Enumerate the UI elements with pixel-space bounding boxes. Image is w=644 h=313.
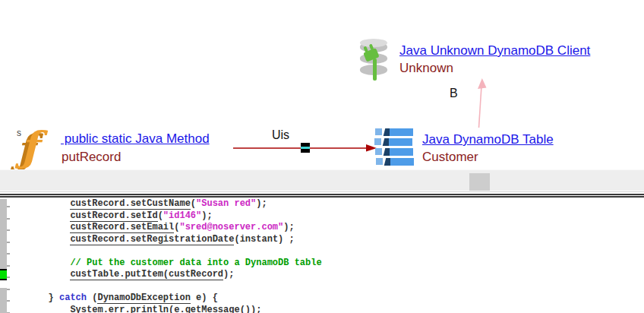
code-token: [5, 222, 70, 232]
edge-midpoint-handle[interactable]: [301, 143, 310, 153]
static-function-icon[interactable]: ƒ ƒ s: [15, 125, 58, 169]
table-node-subtitle: Customer: [422, 150, 478, 165]
code-token: );: [223, 269, 234, 280]
code-line: custTable.putItem(custRecord);: [5, 269, 322, 281]
function-glyph: ƒ: [21, 126, 38, 167]
code-token: [5, 269, 70, 280]
code-link[interactable]: custRecord.setEmail: [70, 222, 174, 233]
dynamodb-client-icon[interactable]: [358, 39, 390, 83]
code-token: "id146": [163, 210, 201, 221]
plug-stem: [373, 58, 377, 81]
code-lines: custRecord.setCustName("Susan red"); cus…: [5, 198, 322, 313]
diagram-hscrollbar-thumb[interactable]: [469, 173, 490, 191]
code-token: // Put the customer data into a DynamoDB…: [70, 258, 321, 268]
code-token: }: [5, 292, 59, 303]
code-line: System.err.println(e.getMessage());: [5, 305, 322, 313]
code-token: (: [158, 210, 163, 221]
code-token: [5, 258, 70, 268]
code-token: e) {: [191, 292, 218, 303]
diagram-pane: ƒ ƒ s public static Java Method putRecor…: [0, 0, 644, 169]
client-node-subtitle: Unknown: [399, 61, 453, 76]
code-token: [5, 305, 70, 313]
code-line: custRecord.setRegistrationDate(instant) …: [5, 234, 322, 246]
code-token: [5, 210, 70, 221]
code-editor-pane: custRecord.setCustName("Susan red"); cus…: [0, 198, 644, 313]
pane-splitter[interactable]: [0, 191, 644, 198]
edge-label-b[interactable]: B: [450, 87, 458, 100]
code-token: [5, 234, 70, 245]
code-line: custRecord.setCustName("Susan red");: [5, 198, 322, 210]
code-line: [5, 281, 322, 293]
edge-handle-stripe: [301, 147, 310, 149]
code-token: [5, 198, 70, 209]
code-link[interactable]: custRecord.setCustName: [70, 198, 190, 210]
code-link[interactable]: custRecord.setId: [70, 210, 157, 222]
code-token: "Susan red": [196, 198, 256, 209]
code-token: "sred@noserver.com": [179, 222, 283, 232]
code-token: (: [87, 292, 97, 303]
code-link[interactable]: custTable.putItem(custRecord: [70, 269, 223, 280]
table-node-link[interactable]: Java DynamoDB Table: [422, 132, 554, 147]
edge-arrowhead-up-icon: [478, 78, 487, 89]
code-token: );: [256, 198, 267, 209]
code-token: );: [201, 210, 212, 221]
diagram-hscrollbar-track[interactable]: [0, 169, 644, 191]
code-token: System.err.println(e.getMessage());: [70, 305, 261, 313]
dynamodb-table-icon[interactable]: [375, 128, 415, 166]
static-marker: s: [17, 128, 21, 138]
code-link[interactable]: custRecord.setRegistrationDate: [70, 234, 234, 245]
code-token: (instant) ;: [234, 234, 294, 245]
edge-label-uis[interactable]: Uis: [272, 128, 289, 142]
code-link[interactable]: DynamoDbException: [97, 292, 190, 304]
method-node-subtitle: putRecord: [62, 150, 121, 165]
app-window: ƒ ƒ s public static Java Method putRecor…: [0, 0, 644, 313]
client-node-link[interactable]: Java Unknown DynamoDB Client: [399, 43, 590, 58]
code-line: [5, 245, 322, 258]
code-token: );: [283, 222, 294, 232]
code-token: (: [191, 198, 196, 209]
code-line: custRecord.setEmail("sred@noserver.com")…: [5, 222, 322, 234]
method-node-link[interactable]: public static Java Method: [61, 131, 210, 147]
code-line: custRecord.setId("id146");: [5, 210, 322, 223]
code-line: } catch (DynamoDbException e) {: [5, 292, 322, 305]
code-line: // Put the customer data into a DynamoDB…: [5, 258, 322, 270]
edge-table-to-client-line[interactable]: [479, 86, 482, 128]
code-token: catch: [59, 292, 87, 303]
